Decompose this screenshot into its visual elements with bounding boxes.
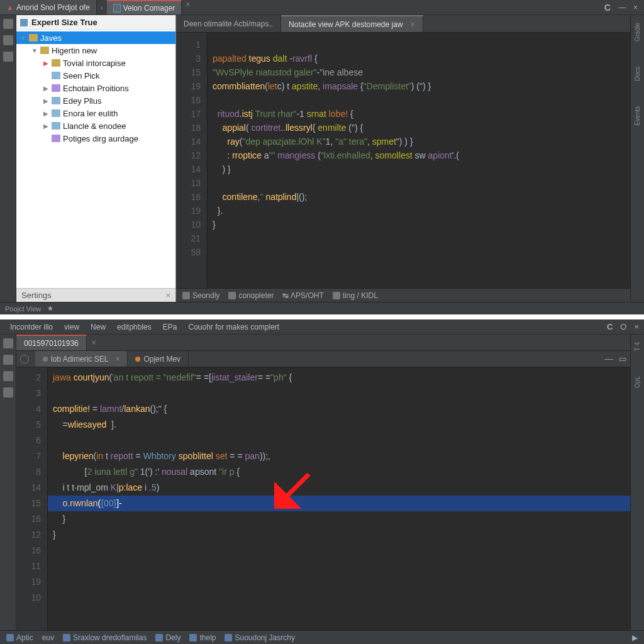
status-label: thelp bbox=[199, 633, 216, 642]
star-icon[interactable]: ★ bbox=[47, 304, 53, 313]
tree-node[interactable]: Llancle & enodee bbox=[16, 119, 175, 132]
expand-arrow-icon[interactable] bbox=[43, 110, 49, 117]
status-item[interactable]: ting / KIDL bbox=[333, 291, 378, 300]
code-editor[interactable]: 131519161718141214131619102158 papalted … bbox=[176, 33, 644, 288]
main-tab-project[interactable]: ▲ Anorid Snol Prdjot ofe bbox=[0, 0, 97, 14]
editor-tab-0[interactable]: Deen otimalite Acbi/maps.. bbox=[176, 15, 281, 32]
top-ide-window: ▲ Anorid Snol Prdjot ofe ‹ Velon Comager… bbox=[0, 0, 644, 314]
rail-item[interactable]: Docs bbox=[634, 67, 641, 81]
rail-item[interactable]: OpL bbox=[634, 376, 641, 388]
status-item[interactable]: Aptic bbox=[6, 633, 33, 642]
expand-arrow-icon[interactable] bbox=[20, 35, 26, 42]
tree-node[interactable]: Echotain Proitions bbox=[16, 82, 175, 94]
status-icon bbox=[63, 634, 70, 641]
status-item[interactable]: thelp bbox=[189, 633, 216, 642]
status-item[interactable]: euv bbox=[42, 633, 54, 642]
statusbar: Aptic euv Sraxlow dredoflamilas Dely the… bbox=[0, 630, 644, 644]
main-tab-editor[interactable]: Velon Comager bbox=[107, 0, 182, 14]
tab-chevron-icon[interactable]: ‹ bbox=[97, 3, 107, 12]
close-icon[interactable]: × bbox=[115, 355, 119, 364]
close-icon[interactable]: × bbox=[411, 20, 415, 29]
close-icon[interactable]: × bbox=[87, 338, 101, 347]
expand-arrow-icon[interactable] bbox=[43, 85, 49, 92]
code-area[interactable]: jawa courtjyun('an t repott = "nedefif"=… bbox=[48, 367, 644, 630]
status-item[interactable]: Seondly bbox=[182, 291, 219, 300]
menu-item[interactable]: editphbles bbox=[112, 321, 157, 333]
status-icon bbox=[189, 634, 197, 641]
status-icon bbox=[228, 292, 236, 299]
menu-item[interactable]: Incontder illo bbox=[5, 321, 58, 333]
tree-node[interactable]: Higertin new bbox=[16, 44, 175, 57]
maximize-icon[interactable]: ▭ bbox=[619, 354, 626, 364]
scroll-right-icon[interactable]: ▶ bbox=[632, 633, 638, 642]
close-icon[interactable]: × bbox=[634, 322, 639, 331]
folder-icon bbox=[29, 34, 38, 42]
status-icon bbox=[182, 292, 190, 299]
expand-arrow-icon[interactable] bbox=[43, 123, 49, 130]
close-icon[interactable]: × bbox=[633, 3, 638, 12]
leaf-icon bbox=[52, 122, 60, 130]
minimize-icon[interactable]: — bbox=[618, 3, 626, 12]
status-icon bbox=[155, 634, 163, 641]
rail-item[interactable]: Gradle bbox=[634, 23, 641, 42]
expand-arrow-icon[interactable] bbox=[43, 97, 49, 104]
menu-item[interactable]: view bbox=[59, 321, 84, 333]
window-controls: C — × bbox=[598, 0, 644, 14]
status-item[interactable]: Suoudonj Jasrchy bbox=[225, 633, 294, 642]
status-item[interactable]: Sraxlow dredoflamilas bbox=[63, 633, 147, 642]
tree-node[interactable]: Potiges dirg aurdage bbox=[16, 132, 175, 145]
tree-node-label: Enora ler eulith bbox=[63, 109, 118, 118]
close-icon[interactable]: × bbox=[165, 291, 170, 300]
activity-project-icon[interactable] bbox=[3, 19, 13, 29]
sidebar-footer: Sertings × bbox=[16, 288, 175, 302]
tab-dot-icon bbox=[43, 357, 48, 362]
activity-bookmarks-icon[interactable] bbox=[3, 52, 13, 62]
status-icon bbox=[333, 292, 340, 299]
code-editor[interactable]: 23456781415161216111910 jawa courtjyun('… bbox=[16, 367, 644, 630]
editor-tab-1[interactable]: Notacile view APK destomede jaw × bbox=[281, 15, 423, 32]
menu-item[interactable]: EPa bbox=[158, 321, 182, 333]
code-area[interactable]: papalted tegus dalt -ravrfl {"WvSPlyle n… bbox=[208, 33, 644, 288]
expand-arrow-icon[interactable] bbox=[43, 60, 49, 67]
tree-node-label: Potiges dirg aurdage bbox=[63, 134, 138, 143]
menu-item[interactable]: Couohr for makes complert bbox=[183, 321, 284, 333]
editor-tab-label: Notacile view APK destomede jaw bbox=[289, 20, 402, 29]
project-sidebar: Expertl Size True JavesHigertin newTovia… bbox=[16, 15, 176, 302]
tree-node[interactable]: Edey Pllus bbox=[16, 94, 175, 107]
sidebar-footer-label[interactable]: Sertings bbox=[21, 291, 52, 300]
close-icon[interactable]: × bbox=[186, 0, 190, 14]
status-item[interactable]: Dely bbox=[155, 633, 180, 642]
inner-tab-0[interactable]: lob Adimeric SEL × bbox=[35, 351, 128, 367]
rail-item[interactable]: T 4 bbox=[634, 342, 641, 351]
status-item[interactable]: conopleter bbox=[228, 291, 274, 300]
activity-debug-icon[interactable] bbox=[3, 371, 13, 381]
status-label: euv bbox=[42, 633, 54, 642]
pkg-icon bbox=[52, 135, 60, 142]
menu-item[interactable]: New bbox=[86, 321, 111, 333]
minimize-icon[interactable]: — bbox=[604, 354, 613, 364]
project-tree[interactable]: JavesHigertin newTovial intorcapiseSeen … bbox=[16, 30, 175, 288]
activity-structure-icon[interactable] bbox=[3, 35, 13, 45]
activity-terminal-icon[interactable] bbox=[3, 387, 13, 397]
window-letter-button[interactable]: C bbox=[607, 322, 613, 331]
inner-tab-1[interactable]: Opjert Mev bbox=[128, 351, 189, 367]
tree-node[interactable]: Enora ler eulith bbox=[16, 107, 175, 119]
back-circle-icon[interactable] bbox=[20, 355, 29, 364]
rail-item[interactable]: Events bbox=[634, 106, 641, 126]
status-item[interactable]: ↹ ΛPS/OHT bbox=[282, 291, 323, 300]
expand-arrow-icon[interactable] bbox=[31, 47, 38, 54]
activity-project-icon[interactable] bbox=[3, 338, 13, 348]
window-letter-button[interactable]: O bbox=[620, 322, 626, 331]
inner-tabstrip: lob Adimeric SEL × Opjert Mev — ▭ × bbox=[16, 351, 644, 367]
toolwindow-button[interactable]: Poojct View bbox=[5, 305, 41, 313]
doc-tab[interactable]: 0015970101936 bbox=[16, 335, 87, 350]
leaf-icon bbox=[52, 109, 60, 117]
tree-node[interactable]: Javes bbox=[16, 31, 175, 44]
tree-node[interactable]: Seen Pick bbox=[16, 69, 175, 82]
tree-node[interactable]: Tovial intorcapise bbox=[16, 57, 175, 69]
status-label: Suoudonj Jasrchy bbox=[235, 633, 294, 642]
module-icon bbox=[20, 19, 28, 26]
doc-tab-label: 0015970101936 bbox=[24, 339, 79, 348]
window-letter-button[interactable]: C bbox=[604, 3, 611, 13]
activity-run-icon[interactable] bbox=[3, 355, 13, 365]
